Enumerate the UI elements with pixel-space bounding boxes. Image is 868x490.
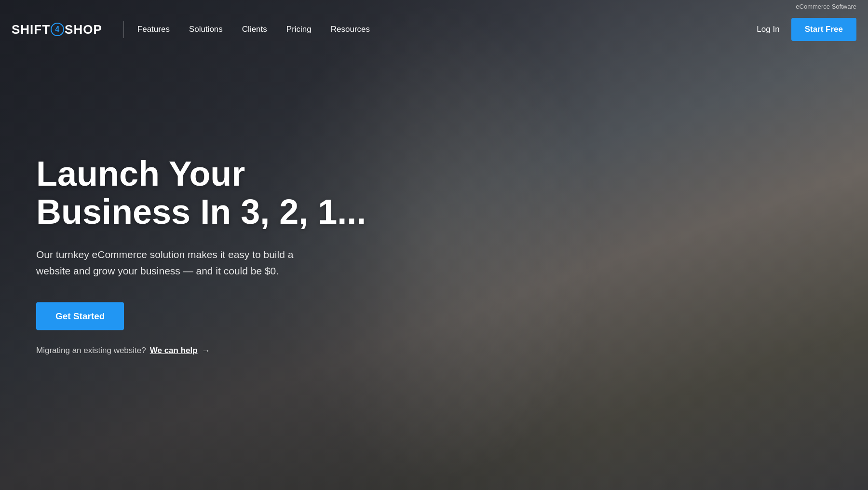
logo-link[interactable]: SHIFT 4 SHOP bbox=[12, 22, 102, 37]
migrate-link[interactable]: We can help bbox=[150, 346, 198, 355]
nav-clients[interactable]: Clients bbox=[242, 25, 267, 34]
nav-pricing[interactable]: Pricing bbox=[286, 25, 312, 34]
hero-subtitle: Our turnkey eCommerce solution makes it … bbox=[36, 246, 321, 279]
logo-shift: SHIFT bbox=[12, 22, 50, 37]
get-started-button[interactable]: Get Started bbox=[36, 302, 124, 330]
logo-4: 4 bbox=[55, 25, 60, 34]
nav-right: Log In Start Free bbox=[757, 18, 856, 41]
nav-features[interactable]: Features bbox=[137, 25, 170, 34]
hero-section: eCommerce Software SHIFT 4 SHOP Features… bbox=[0, 0, 868, 490]
migrate-area: Migrating an existing website? We can he… bbox=[36, 345, 383, 355]
ecommerce-label: eCommerce Software bbox=[796, 3, 856, 10]
navbar: SHIFT 4 SHOP Features Solutions Clients … bbox=[0, 10, 868, 49]
start-free-button[interactable]: Start Free bbox=[791, 18, 856, 41]
logo-shop: SHOP bbox=[65, 22, 102, 37]
arrow-icon: → bbox=[202, 345, 210, 355]
hero-content: Launch Your Business In 3, 2, 1... Our t… bbox=[36, 155, 383, 356]
nav-divider bbox=[123, 21, 124, 38]
top-bar: eCommerce Software SHIFT 4 SHOP Features… bbox=[0, 0, 868, 49]
nav-solutions[interactable]: Solutions bbox=[189, 25, 223, 34]
logo-4-circle: 4 bbox=[51, 23, 64, 36]
migrate-text: Migrating an existing website? bbox=[36, 346, 146, 355]
ecommerce-label-area: eCommerce Software bbox=[0, 0, 868, 10]
nav-links: Features Solutions Clients Pricing Resou… bbox=[137, 25, 757, 34]
nav-resources[interactable]: Resources bbox=[331, 25, 370, 34]
hero-title: Launch Your Business In 3, 2, 1... bbox=[36, 155, 383, 231]
logo: SHIFT 4 SHOP bbox=[12, 22, 102, 37]
login-link[interactable]: Log In bbox=[757, 25, 779, 34]
